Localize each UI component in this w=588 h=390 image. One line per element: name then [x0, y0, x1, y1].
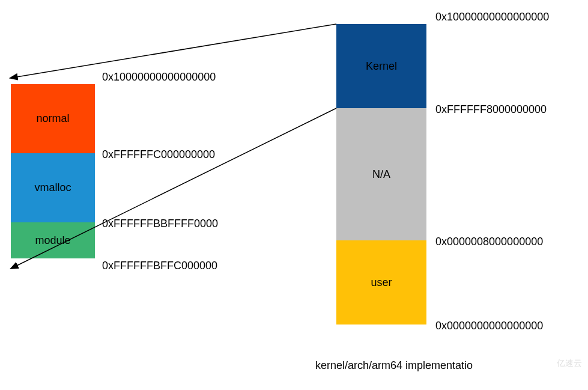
block-user: user — [336, 240, 426, 324]
block-label: normal — [36, 112, 69, 125]
block-label: vmalloc — [34, 181, 71, 194]
address-label: 0x10000000000000000 — [435, 11, 549, 23]
block-module: module — [11, 222, 95, 258]
address-label: 0xFFFFFFBFFC000000 — [102, 260, 217, 272]
block-vmalloc: vmalloc — [11, 153, 95, 222]
svg-line-1 — [17, 24, 336, 77]
block-kernel: Kernel — [336, 24, 426, 108]
address-label: 0x10000000000000000 — [102, 71, 216, 84]
diagram-caption: kernel/arch/arm64 implementatio — [315, 359, 473, 372]
address-label: 0xFFFFFF8000000000 — [435, 103, 547, 116]
block-normal: normal — [11, 84, 95, 153]
address-label: 0x0000000000000000 — [435, 320, 543, 332]
block-label: module — [35, 234, 70, 247]
block-na: N/A — [336, 108, 426, 240]
block-label: user — [371, 276, 392, 289]
address-label: 0x0000008000000000 — [435, 236, 543, 248]
block-label: N/A — [372, 168, 390, 181]
diagram-container: Kernel N/A user 0x10000000000000000 0xFF… — [0, 0, 588, 390]
address-label: 0xFFFFFFBBFFFF0000 — [102, 218, 218, 230]
watermark: 亿速云 — [557, 358, 582, 369]
address-label: 0xFFFFFFC000000000 — [102, 148, 215, 161]
block-label: Kernel — [366, 60, 397, 73]
